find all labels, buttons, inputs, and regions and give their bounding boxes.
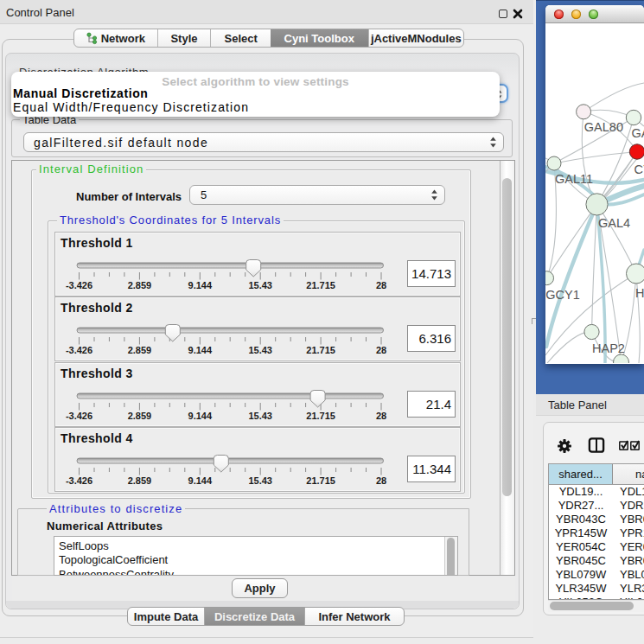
svg-text:H: H: [635, 286, 644, 300]
svg-text:CY: CY: [634, 163, 644, 176]
svg-text:GAL80: GAL80: [584, 120, 623, 134]
svg-text:GCY1: GCY1: [545, 288, 580, 302]
svg-text:GAL4: GAL4: [598, 216, 630, 230]
svg-text:GA: GA: [632, 126, 644, 140]
svg-text:HAP2: HAP2: [592, 341, 625, 355]
svg-text:GAL11: GAL11: [555, 172, 593, 186]
